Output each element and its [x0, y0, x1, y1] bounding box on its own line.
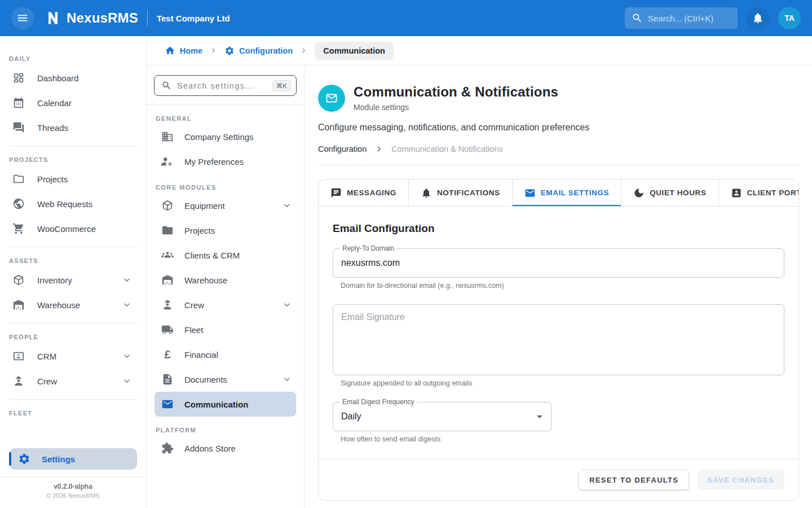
- settings-nav-item-label: Company Settings: [184, 132, 254, 142]
- main-sidebar: DAILYDashboardCalendarThreadsPROJECTSPro…: [0, 36, 147, 508]
- breadcrumb-current: Communication: [315, 42, 394, 60]
- calendar-icon: [12, 97, 25, 109]
- sidebar-item-label: Crew: [37, 376, 57, 386]
- email-signature-input[interactable]: [341, 312, 776, 367]
- sidebar-item-label: Calendar: [37, 98, 72, 108]
- bell-icon: [421, 187, 432, 199]
- divider: [318, 165, 799, 165]
- module-avatar: [318, 85, 345, 112]
- reply-to-domain-input[interactable]: [341, 258, 776, 268]
- settings-search-input[interactable]: [177, 81, 267, 90]
- engineer-icon: [161, 299, 174, 311]
- settings-search[interactable]: ⌘K: [154, 75, 297, 96]
- sidebar-item-inventory[interactable]: Inventory: [0, 268, 146, 292]
- engineer-icon: [12, 375, 25, 387]
- sidebar-item-calendar[interactable]: Calendar: [0, 90, 146, 115]
- selected-value: Daily: [341, 411, 361, 422]
- divider: [9, 247, 137, 247]
- settings-nav-item-clients-crm[interactable]: Clients & CRM: [155, 243, 296, 268]
- badge-icon: [12, 350, 25, 362]
- warehouse-icon: [161, 274, 174, 286]
- settings-nav-item-company-settings[interactable]: Company Settings: [155, 124, 296, 149]
- reply-to-domain-field: Reply-To Domain: [333, 248, 784, 278]
- person-gear-icon: [161, 155, 174, 168]
- global-search-input[interactable]: [648, 14, 731, 23]
- sidebar-item-label: Settings: [42, 454, 75, 464]
- settings-nav-item-label: Crew: [184, 300, 204, 310]
- divider: [9, 146, 137, 146]
- settings-nav-item-projects[interactable]: Projects: [155, 218, 296, 243]
- sidebar-item-web-requests[interactable]: Web Requests: [0, 191, 146, 216]
- sidebar-item-dashboard[interactable]: Dashboard: [0, 65, 146, 90]
- chevron-down-icon: [121, 299, 133, 310]
- settings-nav-item-label: Communication: [184, 400, 248, 409]
- sidebar-item-label: Dashboard: [37, 73, 78, 83]
- app-version: v0.2.0-alpha: [0, 483, 146, 491]
- menu-button[interactable]: [11, 7, 34, 29]
- sidebar-item-crm[interactable]: CRM: [0, 344, 146, 369]
- app-logo[interactable]: NexusRMS: [44, 9, 138, 27]
- settings-section-label: PLATFORM: [156, 427, 295, 433]
- page-subtitle: Module settings: [354, 103, 558, 112]
- settings-nav-item-warehouse[interactable]: Warehouse: [155, 268, 296, 292]
- active-indicator-bar: [9, 452, 11, 466]
- settings-nav-item-fleet[interactable]: Fleet: [155, 317, 296, 342]
- field-label: Reply-To Domain: [339, 244, 397, 252]
- tab-bar: MESSAGINGNOTIFICATIONSEMAIL SETTINGSQUIE…: [319, 179, 798, 207]
- breadcrumb-configuration[interactable]: Configuration: [224, 46, 293, 56]
- gear-icon: [224, 46, 235, 56]
- settings-nav-item-documents[interactable]: Documents: [155, 367, 296, 392]
- settings-nav-item-crew[interactable]: Crew: [155, 292, 296, 317]
- company-name: Test Company Ltd: [157, 14, 230, 23]
- tab-email-settings[interactable]: EMAIL SETTINGS: [513, 179, 621, 206]
- building-icon: [161, 130, 174, 143]
- sidebar-section-label: PEOPLE: [9, 334, 137, 340]
- avatar-initials: TA: [784, 14, 795, 23]
- sidebar-item-crew[interactable]: Crew: [0, 369, 146, 393]
- search-icon: [161, 80, 172, 91]
- bell-icon: [752, 12, 764, 24]
- settings-nav-item-equipment[interactable]: Equipment: [155, 193, 296, 218]
- tab-label: QUIET HOURS: [650, 189, 706, 197]
- settings-nav-item-addons-store[interactable]: Addons Store: [155, 436, 296, 461]
- main-content: Communication & Notifications Module set…: [304, 66, 812, 508]
- settings-nav-item-my-preferences[interactable]: My Preferences: [155, 149, 296, 174]
- tab-messaging[interactable]: MESSAGING: [319, 179, 409, 206]
- tab-quiet-hours[interactable]: QUIET HOURS: [621, 179, 718, 206]
- field-helper-text: How often to send email digests: [341, 435, 784, 443]
- truck-icon: [161, 323, 174, 336]
- sidebar-item-threads[interactable]: Threads: [0, 115, 146, 140]
- chevron-down-icon: [281, 374, 293, 385]
- divider: [0, 476, 146, 477]
- panel-footer: RESET TO DEFAULTS SAVE CHANGES: [319, 459, 798, 500]
- settings-nav-item-label: Warehouse: [184, 275, 227, 285]
- puzzle-icon: [161, 442, 174, 454]
- email-digest-frequency-select[interactable]: Email Digest Frequency Daily: [333, 402, 551, 431]
- tab-label: EMAIL SETTINGS: [541, 189, 609, 197]
- reset-to-defaults-button[interactable]: RESET TO DEFAULTS: [579, 470, 689, 490]
- sidebar-item-settings[interactable]: Settings: [9, 448, 137, 470]
- settings-nav-item-label: Financial: [184, 350, 218, 360]
- field-helper-text: Signature appended to all outgoing email…: [341, 379, 784, 387]
- sidebar-item-label: CRM: [37, 352, 56, 361]
- sidebar-item-woocommerce[interactable]: WooCommerce: [0, 216, 146, 241]
- breadcrumb-home[interactable]: Home: [165, 45, 202, 56]
- module-breadcrumb-leaf: Communication & Notifications: [391, 144, 502, 154]
- tab-client-portal[interactable]: CLIENT PORTAL: [719, 179, 800, 206]
- user-avatar[interactable]: TA: [778, 7, 801, 29]
- sidebar-item-projects[interactable]: Projects: [0, 167, 146, 191]
- global-search[interactable]: [625, 7, 738, 29]
- module-breadcrumb-parent[interactable]: Configuration: [318, 144, 367, 154]
- notifications-button[interactable]: [747, 7, 769, 29]
- settings-nav-item-financial[interactable]: £Financial: [155, 342, 296, 367]
- sidebar-section-label: ASSETS: [9, 257, 137, 264]
- breadcrumb-label: Configuration: [239, 46, 293, 55]
- chevron-right-icon: [374, 144, 384, 154]
- sidebar-section-label: DAILY: [9, 55, 137, 62]
- tab-notifications[interactable]: NOTIFICATIONS: [409, 179, 513, 206]
- chevron-down-icon: [121, 351, 133, 362]
- hamburger-menu-icon: [16, 12, 29, 24]
- settings-nav-item-communication[interactable]: Communication: [155, 392, 296, 417]
- breadcrumb-label: Home: [180, 46, 202, 55]
- sidebar-item-warehouse[interactable]: Warehouse: [0, 292, 146, 317]
